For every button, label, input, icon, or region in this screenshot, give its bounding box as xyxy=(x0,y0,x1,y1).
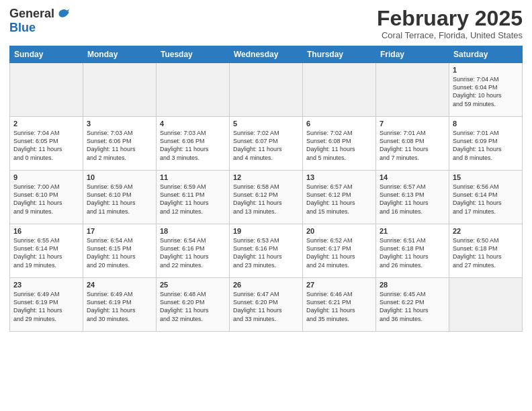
day-number: 7 xyxy=(380,120,445,128)
day-info: Sunrise: 6:56 AM Sunset: 6:14 PM Dayligh… xyxy=(453,183,519,216)
col-saturday: Saturday xyxy=(449,46,523,63)
col-thursday: Thursday xyxy=(303,46,376,63)
calendar-cell: 21Sunrise: 6:51 AM Sunset: 6:18 PM Dayli… xyxy=(376,224,449,278)
day-number: 2 xyxy=(13,120,79,128)
calendar-cell: 23Sunrise: 6:49 AM Sunset: 6:19 PM Dayli… xyxy=(10,278,83,332)
day-number: 14 xyxy=(380,173,445,181)
title-block: February 2025 Coral Terrace, Florida, Un… xyxy=(377,7,523,40)
day-number: 16 xyxy=(13,227,79,235)
day-info: Sunrise: 6:59 AM Sunset: 6:11 PM Dayligh… xyxy=(160,183,226,216)
col-tuesday: Tuesday xyxy=(157,46,230,63)
col-sunday: Sunday xyxy=(10,46,83,63)
day-info: Sunrise: 7:01 AM Sunset: 6:08 PM Dayligh… xyxy=(380,129,445,162)
day-info: Sunrise: 7:03 AM Sunset: 6:06 PM Dayligh… xyxy=(160,129,226,162)
calendar-cell: 26Sunrise: 6:47 AM Sunset: 6:20 PM Dayli… xyxy=(230,278,303,332)
calendar-cell: 4Sunrise: 7:03 AM Sunset: 6:06 PM Daylig… xyxy=(157,117,230,171)
day-info: Sunrise: 6:49 AM Sunset: 6:19 PM Dayligh… xyxy=(87,290,152,323)
day-info: Sunrise: 6:50 AM Sunset: 6:18 PM Dayligh… xyxy=(453,236,519,269)
day-info: Sunrise: 7:02 AM Sunset: 6:07 PM Dayligh… xyxy=(233,129,299,162)
logo-bird-icon xyxy=(56,7,71,21)
day-info: Sunrise: 6:51 AM Sunset: 6:18 PM Dayligh… xyxy=(380,236,445,269)
calendar-header-row: Sunday Monday Tuesday Wednesday Thursday… xyxy=(10,46,523,63)
calendar-cell: 9Sunrise: 7:00 AM Sunset: 6:10 PM Daylig… xyxy=(10,171,83,224)
calendar-cell: 22Sunrise: 6:50 AM Sunset: 6:18 PM Dayli… xyxy=(449,224,523,278)
calendar-cell: 7Sunrise: 7:01 AM Sunset: 6:08 PM Daylig… xyxy=(376,117,449,171)
day-number: 18 xyxy=(160,227,226,235)
day-info: Sunrise: 6:55 AM Sunset: 6:14 PM Dayligh… xyxy=(13,236,79,269)
calendar-cell: 24Sunrise: 6:49 AM Sunset: 6:19 PM Dayli… xyxy=(83,278,157,332)
day-number: 12 xyxy=(233,173,299,181)
location: Coral Terrace, Florida, United States xyxy=(377,30,523,40)
week-row-0: 1Sunrise: 7:04 AM Sunset: 6:04 PM Daylig… xyxy=(10,63,523,117)
calendar-cell: 28Sunrise: 6:45 AM Sunset: 6:22 PM Dayli… xyxy=(376,278,449,332)
day-number: 15 xyxy=(453,173,519,181)
calendar-cell: 12Sunrise: 6:58 AM Sunset: 6:12 PM Dayli… xyxy=(230,171,303,224)
day-info: Sunrise: 6:52 AM Sunset: 6:17 PM Dayligh… xyxy=(306,236,372,269)
day-info: Sunrise: 7:01 AM Sunset: 6:09 PM Dayligh… xyxy=(453,129,519,162)
day-info: Sunrise: 6:59 AM Sunset: 6:10 PM Dayligh… xyxy=(87,183,152,216)
col-wednesday: Wednesday xyxy=(230,46,303,63)
month-title: February 2025 xyxy=(377,7,523,30)
day-number: 25 xyxy=(160,281,226,289)
day-number: 4 xyxy=(160,120,226,128)
calendar-cell xyxy=(83,63,157,117)
day-number: 11 xyxy=(160,173,226,181)
calendar-cell: 27Sunrise: 6:46 AM Sunset: 6:21 PM Dayli… xyxy=(303,278,376,332)
week-row-1: 2Sunrise: 7:04 AM Sunset: 6:05 PM Daylig… xyxy=(10,117,523,171)
logo-general: General xyxy=(9,7,54,21)
calendar-cell xyxy=(157,63,230,117)
calendar-cell: 14Sunrise: 6:57 AM Sunset: 6:13 PM Dayli… xyxy=(376,171,449,224)
day-number: 8 xyxy=(453,120,519,128)
day-number: 23 xyxy=(13,281,79,289)
day-number: 19 xyxy=(233,227,299,235)
calendar-cell xyxy=(449,278,523,332)
day-number: 27 xyxy=(306,281,372,289)
week-row-4: 23Sunrise: 6:49 AM Sunset: 6:19 PM Dayli… xyxy=(10,278,523,332)
day-info: Sunrise: 7:04 AM Sunset: 6:05 PM Dayligh… xyxy=(13,129,79,162)
day-number: 13 xyxy=(306,173,372,181)
calendar-cell xyxy=(10,63,83,117)
day-info: Sunrise: 6:54 AM Sunset: 6:16 PM Dayligh… xyxy=(160,236,226,269)
calendar-cell: 8Sunrise: 7:01 AM Sunset: 6:09 PM Daylig… xyxy=(449,117,523,171)
day-number: 22 xyxy=(453,227,519,235)
calendar-cell: 15Sunrise: 6:56 AM Sunset: 6:14 PM Dayli… xyxy=(449,171,523,224)
day-info: Sunrise: 6:53 AM Sunset: 6:16 PM Dayligh… xyxy=(233,236,299,269)
day-number: 17 xyxy=(87,227,152,235)
calendar-cell: 6Sunrise: 7:02 AM Sunset: 6:08 PM Daylig… xyxy=(303,117,376,171)
calendar-cell: 1Sunrise: 7:04 AM Sunset: 6:04 PM Daylig… xyxy=(449,63,523,117)
day-number: 1 xyxy=(453,66,519,74)
day-info: Sunrise: 7:02 AM Sunset: 6:08 PM Dayligh… xyxy=(306,129,372,162)
calendar-cell: 17Sunrise: 6:54 AM Sunset: 6:15 PM Dayli… xyxy=(83,224,157,278)
day-number: 9 xyxy=(13,173,79,181)
calendar-cell: 16Sunrise: 6:55 AM Sunset: 6:14 PM Dayli… xyxy=(10,224,83,278)
day-info: Sunrise: 7:04 AM Sunset: 6:04 PM Dayligh… xyxy=(453,75,519,108)
day-number: 10 xyxy=(87,173,152,181)
day-info: Sunrise: 6:47 AM Sunset: 6:20 PM Dayligh… xyxy=(233,290,299,323)
day-info: Sunrise: 7:00 AM Sunset: 6:10 PM Dayligh… xyxy=(13,183,79,216)
day-info: Sunrise: 6:57 AM Sunset: 6:12 PM Dayligh… xyxy=(306,183,372,216)
calendar-cell: 10Sunrise: 6:59 AM Sunset: 6:10 PM Dayli… xyxy=(83,171,157,224)
calendar-cell: 18Sunrise: 6:54 AM Sunset: 6:16 PM Dayli… xyxy=(157,224,230,278)
day-number: 28 xyxy=(380,281,445,289)
day-info: Sunrise: 6:54 AM Sunset: 6:15 PM Dayligh… xyxy=(87,236,152,269)
calendar-cell: 5Sunrise: 7:02 AM Sunset: 6:07 PM Daylig… xyxy=(230,117,303,171)
day-info: Sunrise: 6:48 AM Sunset: 6:20 PM Dayligh… xyxy=(160,290,226,323)
day-number: 6 xyxy=(306,120,372,128)
calendar-cell xyxy=(376,63,449,117)
logo-blue: Blue xyxy=(9,21,71,35)
day-number: 5 xyxy=(233,120,299,128)
day-info: Sunrise: 6:49 AM Sunset: 6:19 PM Dayligh… xyxy=(13,290,79,323)
day-info: Sunrise: 6:57 AM Sunset: 6:13 PM Dayligh… xyxy=(380,183,445,216)
day-info: Sunrise: 7:03 AM Sunset: 6:06 PM Dayligh… xyxy=(87,129,152,162)
day-number: 26 xyxy=(233,281,299,289)
calendar-cell: 2Sunrise: 7:04 AM Sunset: 6:05 PM Daylig… xyxy=(10,117,83,171)
calendar: Sunday Monday Tuesday Wednesday Thursday… xyxy=(9,46,523,332)
calendar-cell: 13Sunrise: 6:57 AM Sunset: 6:12 PM Dayli… xyxy=(303,171,376,224)
calendar-cell xyxy=(303,63,376,117)
day-number: 24 xyxy=(87,281,152,289)
week-row-2: 9Sunrise: 7:00 AM Sunset: 6:10 PM Daylig… xyxy=(10,171,523,224)
calendar-cell xyxy=(230,63,303,117)
day-info: Sunrise: 6:46 AM Sunset: 6:21 PM Dayligh… xyxy=(306,290,372,323)
calendar-cell: 20Sunrise: 6:52 AM Sunset: 6:17 PM Dayli… xyxy=(303,224,376,278)
day-number: 3 xyxy=(87,120,152,128)
